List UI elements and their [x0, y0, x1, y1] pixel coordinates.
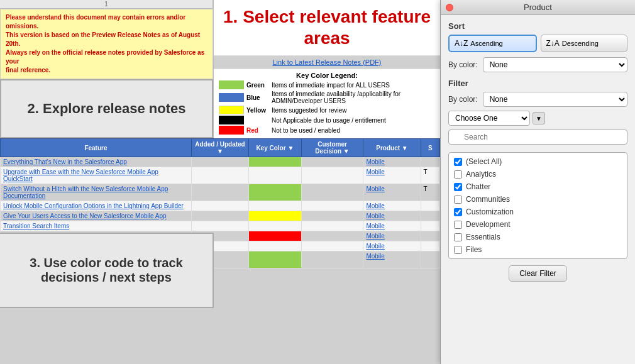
clear-filter-label: Clear Filter — [519, 269, 556, 278]
filter-by-color-label: By color: — [448, 95, 478, 104]
checkbox-list: (Select All) Analytics Chatter Communiti… — [448, 152, 627, 259]
feature-table-section: Feature Added / Updated ▼ Key Color ▼ Cu… — [0, 138, 440, 268]
explore-label: 2. Explore release notes — [28, 101, 186, 117]
checkbox-select-all-input[interactable] — [454, 158, 462, 166]
filter-by-color-row: By color: None — [448, 92, 627, 107]
panel-title: Product — [524, 3, 552, 12]
sort-buttons: A↓Z Ascending Z↓A Descending — [448, 35, 627, 52]
checkbox-chatter-input[interactable] — [454, 183, 462, 191]
checkbox-communities-input[interactable] — [454, 196, 462, 204]
checkbox-analytics-input[interactable] — [454, 170, 462, 179]
checkbox-customization-label: Customization — [466, 207, 514, 216]
table-row: Upgrade with Ease with the New Salesforc… — [1, 167, 440, 184]
legend-color-blue — [219, 93, 244, 102]
checkbox-development: Development — [451, 218, 624, 231]
checkbox-essentials-label: Essentials — [466, 233, 500, 241]
sort-desc-icon: Z↓A — [546, 39, 560, 48]
checkbox-communities-label: Communities — [466, 195, 510, 204]
checkbox-files-label: Files — [466, 245, 482, 254]
checkbox-analytics-label: Analytics — [466, 170, 496, 179]
product-panel: Product Sort A↓Z Ascending Z↓A Descendin… — [440, 0, 635, 364]
col-product: Product ▼ — [363, 139, 421, 157]
legend-blue: Blue Items of immediate availability /ap… — [219, 91, 435, 104]
legend-color-red — [219, 126, 244, 135]
checkbox-files-input[interactable] — [454, 246, 462, 254]
release-notes-link[interactable]: Link to Latest Release Notes (PDF) — [214, 56, 440, 69]
legend-black: Not Applicable due to usage / entitlemen… — [219, 116, 435, 124]
clear-filter-button[interactable]: Clear Filter — [509, 265, 567, 282]
legend-red: Red Not to be used / enabled — [219, 126, 435, 135]
select-header-label: 1. Select relevant feature areas — [214, 6, 440, 48]
col-keycolor: Key Color ▼ — [249, 139, 302, 157]
descending-label: Descending — [562, 40, 599, 47]
table-row: Everything That's New in the Salesforce … — [1, 157, 440, 167]
filter-color-select[interactable]: None — [483, 92, 627, 107]
legend-color-green — [219, 80, 244, 89]
use-color-label: 3. Use color code to track decisions / n… — [0, 256, 213, 268]
checkbox-customization-input[interactable] — [454, 208, 462, 216]
table-row: Unlock Mobile Configuration Options in t… — [1, 201, 440, 211]
panel-titlebar: Product — [441, 0, 635, 15]
search-input[interactable] — [448, 130, 627, 145]
sort-by-color-row: By color: None — [448, 57, 627, 72]
checkbox-select-all: (Select All) — [451, 155, 624, 168]
search-wrapper: 🔍 — [448, 130, 627, 148]
table-row: Switch Without a Hitch with the New Sale… — [1, 184, 440, 201]
col-feature: Feature — [1, 139, 192, 157]
alert-box: Please understand this document may cont… — [0, 9, 213, 79]
legend-green: Green Items of immediate impact for ALL … — [219, 80, 435, 89]
filter-label: Filter — [448, 79, 627, 88]
checkbox-development-input[interactable] — [454, 221, 462, 229]
ascending-label: Ascending — [470, 40, 502, 47]
checkbox-select-all-label: (Select All) — [466, 157, 502, 166]
table-row: Give Your Users Access to the New Salesf… — [1, 211, 440, 221]
ascending-button[interactable]: A↓Z Ascending — [448, 35, 537, 52]
legend-title: Key Color Legend: — [219, 72, 435, 79]
checkbox-essentials: Essentials — [451, 231, 624, 243]
legend-color-black — [219, 116, 244, 124]
legend-yellow: Yellow Items suggested for review — [219, 106, 435, 114]
col-added: Added / Updated ▼ — [191, 139, 248, 157]
checkbox-analytics: Analytics — [451, 168, 624, 180]
col-decision: Customer Decision ▼ — [301, 139, 363, 157]
sort-label: Sort — [448, 21, 627, 31]
sort-by-color-label: By color: — [448, 60, 478, 69]
col-s: S — [421, 139, 439, 157]
select-header: 1. Select relevant feature areas — [214, 0, 440, 56]
close-button[interactable] — [446, 4, 453, 11]
explore-box: 2. Explore release notes — [0, 79, 213, 138]
sort-color-select[interactable]: None — [483, 57, 627, 72]
checkbox-essentials-input[interactable] — [454, 233, 462, 241]
table-row: Transition Search Items Mobile — [1, 221, 440, 231]
choose-one-wrapper: Choose One ▼ — [448, 111, 627, 126]
descending-button[interactable]: Z↓A Descending — [541, 35, 628, 52]
checkbox-files: Files — [451, 243, 624, 256]
legend-section: Key Color Legend: Green Items of immedia… — [214, 69, 440, 138]
sort-asc-icon: A↓Z — [455, 39, 468, 48]
choose-one-arrow[interactable]: ▼ — [533, 112, 545, 124]
checkbox-chatter-label: Chatter — [466, 182, 490, 191]
checkbox-customization: Customization — [451, 206, 624, 218]
checkbox-chatter: Chatter — [451, 180, 624, 193]
checkbox-development-label: Development — [466, 220, 511, 229]
spreadsheet-area: 1 Please understand this document may co… — [0, 0, 440, 364]
checkbox-communities: Communities — [451, 193, 624, 206]
alert-text: Please understand this document may cont… — [6, 14, 204, 74]
legend-color-yellow — [219, 106, 244, 114]
choose-one-select[interactable]: Choose One — [448, 111, 530, 126]
